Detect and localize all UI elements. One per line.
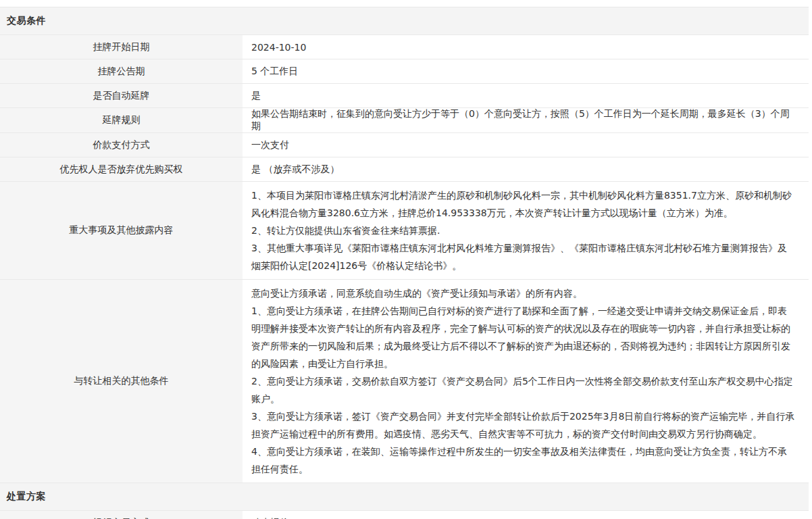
row-value-paragraph: 2、转让方仅能提供山东省资金往来结算票据. — [251, 222, 795, 239]
row-value-paragraph: 1、本项目为莱阳市谭格庄镇东河北村清淤产生的原砂和机制砂风化料一宗，其中机制砂风… — [251, 187, 795, 222]
row-value: 1、本项目为莱阳市谭格庄镇东河北村清淤产生的原砂和机制砂风化料一宗，其中机制砂风… — [243, 182, 809, 279]
row-value: 如果公告期结束时，征集到的意向受让方少于等于（0）个意向受让方，按照（5）个工作… — [243, 108, 809, 132]
row-label: 优先权人是否放弃优先购买权 — [0, 157, 243, 181]
row-value: 5 个工作日 — [243, 59, 809, 83]
row-label: 挂牌公告期 — [0, 59, 243, 83]
row-value-paragraph: 1、意向受让方须承诺，在挂牌公告期间已自行对标的资产进行了勘探和全面了解，一经递… — [251, 302, 795, 372]
row-label: 重大事项及其他披露内容 — [0, 182, 243, 279]
row-value: 一次支付 — [243, 133, 809, 157]
table-row: 挂牌开始日期 2024-10-10 — [0, 35, 809, 59]
row-value-paragraph: 3、其他重大事项详见《莱阳市谭格庄镇东河北村风化料堆方量测算报告》、《莱阳市谭格… — [251, 239, 795, 274]
row-value-paragraph: 3、意向受让方须承诺，签订《资产交易合同》并支付完毕全部转让价款后于2025年3… — [251, 407, 795, 443]
table-row: 延牌规则 如果公告期结束时，征集到的意向受让方少于等于（0）个意向受让方，按照（… — [0, 108, 809, 133]
table-row: 优先权人是否放弃优先购买权 是 （放弃或不涉及） — [0, 157, 809, 182]
table-row: 组织交易方式 动态报价 — [0, 511, 809, 519]
row-value-paragraph: 意向受让方须承诺，同意系统自动生成的《资产受让须知与承诺》的所有内容。 — [251, 285, 795, 302]
row-value: 动态报价 — [243, 511, 809, 519]
row-value: 是 （放弃或不涉及） — [243, 157, 809, 181]
table-row: 与转让相关的其他条件 意向受让方须承诺，同意系统自动生成的《资产受让须知与承诺》… — [0, 280, 809, 483]
table-row: 重大事项及其他披露内容 1、本项目为莱阳市谭格庄镇东河北村清淤产生的原砂和机制砂… — [0, 182, 809, 280]
section-rows: 挂牌开始日期 2024-10-10 挂牌公告期 5 个工作日 是否自动延牌 是 … — [0, 35, 809, 483]
row-label: 是否自动延牌 — [0, 84, 243, 107]
row-label: 挂牌开始日期 — [0, 35, 243, 59]
row-value-paragraph: 4、意向受让方须承诺，在装卸、运输等操作过程中所发生的一切安全事故及相关法律责任… — [251, 443, 795, 478]
row-value: 意向受让方须承诺，同意系统自动生成的《资产受让须知与承诺》的所有内容。1、意向受… — [243, 280, 809, 483]
row-value-paragraph: 2、意向受让方须承诺，交易价款自双方签订《资产交易合同》后5个工作日内一次性将全… — [251, 372, 795, 407]
row-label: 与转让相关的其他条件 — [0, 280, 243, 483]
row-label: 价款支付方式 — [0, 133, 243, 157]
row-value: 是 — [243, 84, 809, 107]
table-row: 是否自动延牌 是 — [0, 84, 809, 108]
table-row: 价款支付方式 一次支付 — [0, 133, 809, 157]
section-title: 交易条件 — [0, 7, 809, 35]
row-value: 2024-10-10 — [243, 35, 809, 59]
section-rows: 组织交易方式 动态报价 — [0, 511, 809, 519]
detail-table: 交易条件 挂牌开始日期 2024-10-10 挂牌公告期 5 个工作日 是否自动… — [0, 7, 809, 519]
table-row: 挂牌公告期 5 个工作日 — [0, 59, 809, 84]
table-section: 处置方案 组织交易方式 动态报价 — [0, 483, 809, 519]
section-title: 处置方案 — [0, 483, 809, 511]
row-label: 延牌规则 — [0, 108, 243, 132]
row-label: 组织交易方式 — [0, 511, 243, 519]
table-section: 交易条件 挂牌开始日期 2024-10-10 挂牌公告期 5 个工作日 是否自动… — [0, 7, 809, 483]
